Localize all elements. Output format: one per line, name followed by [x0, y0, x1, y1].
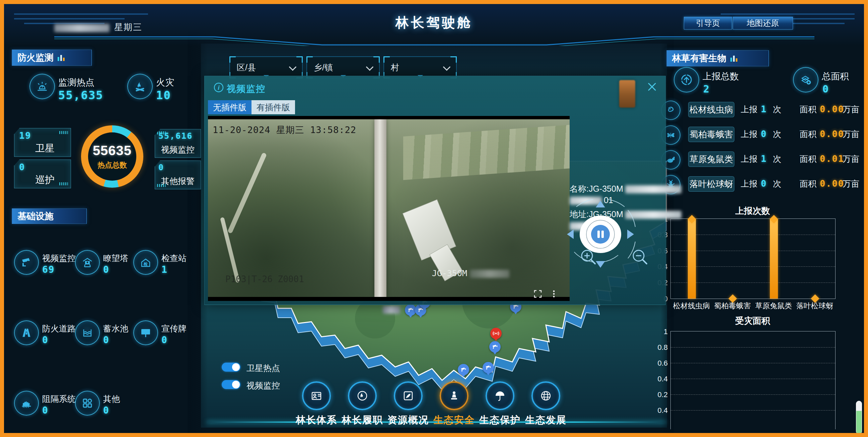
grid-icon — [75, 391, 100, 415]
district-select[interactable]: 区/县 — [229, 56, 303, 79]
nav-forest-duty[interactable]: 林长履职 — [339, 381, 386, 427]
scrollbar[interactable] — [856, 401, 862, 434]
nav-forest-system[interactable]: 林长体系 — [293, 381, 340, 427]
video-monitor-toggle[interactable] — [222, 380, 241, 389]
ptz-left-icon — [567, 230, 574, 239]
tab-plugin[interactable]: 有插件版 — [251, 100, 295, 114]
report-word: 上报 — [741, 102, 757, 117]
times-word: 次 — [773, 127, 781, 141]
satellite-value: 19 — [19, 130, 31, 141]
gauge-label: 热点总数 — [97, 160, 127, 170]
more-options-icon[interactable] — [550, 290, 558, 298]
pest-name[interactable]: 蜀柏毒蛾害 — [688, 127, 734, 142]
fire-monitor-title[interactable]: 防火监测 — [12, 50, 92, 66]
bar-pine-nematode[interactable] — [688, 219, 696, 299]
pest-name[interactable]: 落叶松球蚜 — [688, 176, 734, 192]
infra-label: 视频监控 — [42, 253, 76, 264]
zoom-out-icon[interactable] — [630, 247, 649, 266]
card-ticks — [157, 184, 166, 187]
area-word: 面积 — [800, 102, 816, 117]
cctv-icon — [14, 250, 39, 275]
satellite-hotspot-toggle[interactable] — [222, 362, 241, 372]
guide-page-button[interactable]: 引导页 — [684, 17, 732, 29]
map-reset-button[interactable]: 地图还原 — [733, 17, 793, 29]
fullscreen-icon[interactable] — [533, 290, 542, 298]
bar-cypress-moth[interactable] — [729, 219, 737, 299]
infra-value: 1 — [161, 264, 168, 275]
water-tank-icon — [75, 320, 100, 345]
ytick: 0.8 — [648, 343, 668, 352]
nav-eco-development[interactable]: 生态发展 — [522, 381, 569, 427]
zoom-in-icon[interactable] — [579, 247, 598, 266]
pest-name[interactable]: 草原兔鼠类 — [688, 151, 734, 167]
video-alarm-label: 视频监控 — [161, 144, 194, 155]
total-area-label: 总面积 — [822, 70, 849, 82]
nav-eco-safety[interactable]: 生态安全 — [431, 381, 477, 427]
other-alarm-card[interactable]: 0 其他报警 — [155, 161, 201, 190]
video-scene: 11-20-2024 星期三 13:58:22 P103|T-26 Z0001 … — [208, 119, 569, 297]
name-blur — [625, 185, 681, 193]
pest-count: 1 — [761, 102, 767, 117]
hotspot-gauge: 55635 热点总数 — [81, 125, 143, 188]
infra-value: 0 — [103, 334, 110, 346]
nav-resources[interactable]: 资源概况 — [385, 381, 432, 427]
total-area-icon — [793, 67, 818, 92]
ytick: 0.4 — [648, 375, 668, 383]
infra-label: 检查站 — [161, 253, 187, 264]
report-count-chart — [671, 218, 836, 299]
hotspot-value: 55,635 — [58, 88, 103, 102]
infra-label: 蓄水池 — [103, 323, 128, 334]
video-alarm-card[interactable]: 55,616 视频监控 — [155, 129, 201, 158]
ytick: 1 — [648, 327, 668, 336]
camera-pin[interactable] — [483, 362, 494, 373]
pest-row: 草原兔鼠类 上报 1 次 面积 0.01 万亩 — [656, 151, 868, 168]
pest-area: 0.00 — [820, 176, 844, 191]
infrastructure-title[interactable]: 基础设施 — [12, 208, 87, 224]
video-timestamp: 11-20-2024 星期三 13:58:22 — [213, 124, 356, 136]
satellite-card[interactable]: 19 卫星 — [14, 128, 71, 157]
patrol-label: 巡护 — [35, 173, 55, 187]
alarm-pin[interactable] — [490, 328, 502, 339]
fire-label: 火灾 — [156, 77, 174, 88]
gauge-value: 55635 — [93, 143, 132, 158]
info-icon: i — [213, 82, 224, 93]
town-select-value: 乡/镇 — [314, 62, 333, 73]
bar-larch-adelgid[interactable] — [811, 219, 819, 299]
report-total-label: 上报总数 — [703, 70, 739, 82]
pest-count: 0 — [761, 176, 767, 191]
camera-pin[interactable] — [458, 364, 469, 375]
ptz-up-icon — [596, 201, 605, 207]
barrier-system-icon — [14, 391, 39, 415]
chevron-down-icon — [289, 63, 297, 71]
infra-value: 0 — [103, 405, 110, 416]
device-thumbnail — [619, 80, 635, 108]
area-word: 面积 — [800, 127, 816, 141]
infra-value: 0 — [42, 405, 49, 416]
chevron-down-icon — [443, 63, 451, 71]
video-player[interactable]: 11-20-2024 星期三 13:58:22 P103|T-26 Z0001 … — [208, 116, 569, 301]
town-select[interactable]: 乡/镇 — [306, 56, 380, 79]
bar-grassland-rodent[interactable] — [770, 219, 778, 299]
infrastructure-title-label: 基础设施 — [18, 210, 54, 222]
nav-eco-protection[interactable]: 生态保护 — [476, 381, 523, 427]
farm-fields — [403, 125, 569, 180]
pest-count: 1 — [761, 151, 767, 166]
tab-no-plugin[interactable]: 无插件版 — [208, 100, 251, 114]
pest-panel-title[interactable]: 林草有害生物 — [666, 50, 769, 66]
ptz-right-icon — [627, 230, 634, 239]
close-icon[interactable] — [646, 81, 658, 93]
ptz-control-pad[interactable] — [564, 197, 637, 271]
infra-label: 瞭望塔 — [103, 253, 128, 264]
camera-pin[interactable] — [405, 304, 416, 316]
village-select[interactable]: 村 — [383, 56, 457, 79]
report-word: 上报 — [741, 127, 757, 141]
unit-word: 万亩 — [842, 127, 859, 141]
other-alarm-value: 0 — [158, 163, 164, 172]
village-select-value: 村 — [391, 62, 399, 73]
svg-text:i: i — [218, 84, 220, 91]
pest-name[interactable]: 松材线虫病 — [688, 102, 734, 117]
infra-value: 69 — [42, 264, 55, 275]
pest-area: 0.01 — [820, 151, 844, 166]
area-word: 面积 — [800, 176, 816, 191]
patrol-card[interactable]: 0 巡护 — [14, 159, 71, 188]
